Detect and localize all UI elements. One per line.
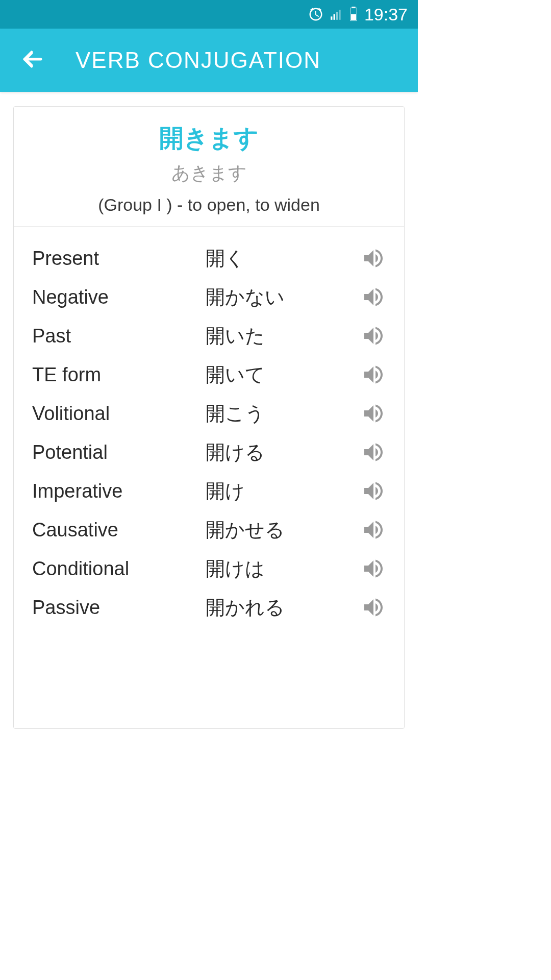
speaker-icon[interactable] — [361, 362, 386, 387]
verb-main: 開きます — [24, 122, 394, 155]
speaker-icon[interactable] — [361, 285, 386, 309]
conj-value: 開かせる — [206, 517, 361, 543]
conj-value: 開ける — [206, 439, 361, 465]
app-bar: VERB CONJUGATION — [0, 29, 418, 92]
status-icons: 19:37 — [308, 5, 408, 24]
speaker-icon[interactable] — [361, 401, 386, 426]
svg-rect-0 — [331, 16, 332, 20]
battery-icon — [349, 7, 358, 22]
speaker-icon[interactable] — [361, 440, 386, 464]
speaker-icon[interactable] — [361, 518, 386, 542]
conj-value: 開け — [206, 478, 361, 504]
conj-label: Passive — [32, 597, 206, 619]
page-title: VERB CONJUGATION — [76, 47, 321, 73]
verb-header: 開きます あきます (Group I ) - to open, to widen — [14, 107, 404, 227]
conj-label: TE form — [32, 364, 206, 386]
speaker-icon[interactable] — [361, 595, 386, 620]
signal-icon — [330, 8, 343, 21]
conj-label: Negative — [32, 286, 206, 308]
conjugation-row-volitional: Volitional 開こう — [32, 400, 386, 427]
conj-label: Imperative — [32, 480, 206, 502]
speaker-icon[interactable] — [361, 246, 386, 271]
conj-value: 開いた — [206, 323, 361, 349]
svg-rect-1 — [333, 14, 335, 20]
conj-label: Volitional — [32, 403, 206, 425]
back-button[interactable] — [20, 47, 45, 74]
conj-value: 開かれる — [206, 595, 361, 621]
svg-rect-3 — [339, 10, 340, 20]
conjugation-row-potential: Potential 開ける — [32, 439, 386, 465]
conjugation-row-past: Past 開いた — [32, 323, 386, 349]
conjugation-row-passive: Passive 開かれる — [32, 594, 386, 621]
conj-label: Present — [32, 248, 206, 270]
conjugation-row-present: Present 開く — [32, 245, 386, 272]
conj-value: 開けは — [206, 556, 361, 582]
conjugation-list: Present 開く Negative 開かない Past 開いた — [14, 227, 404, 643]
verb-description: (Group I ) - to open, to widen — [24, 195, 394, 215]
speaker-icon[interactable] — [361, 556, 386, 581]
speaker-icon[interactable] — [361, 479, 386, 503]
conjugation-row-te-form: TE form 開いて — [32, 361, 386, 388]
status-bar: 19:37 — [0, 0, 418, 29]
verb-card: 開きます あきます (Group I ) - to open, to widen… — [13, 106, 405, 729]
conj-label: Conditional — [32, 558, 206, 580]
conj-value: 開かない — [206, 284, 361, 310]
conjugation-row-imperative: Imperative 開け — [32, 478, 386, 504]
conj-value: 開こう — [206, 401, 361, 427]
content-area: 開きます あきます (Group I ) - to open, to widen… — [0, 92, 418, 743]
status-time: 19:37 — [364, 5, 408, 24]
svg-rect-2 — [336, 12, 338, 20]
verb-reading: あきます — [24, 161, 394, 186]
svg-rect-6 — [351, 14, 356, 20]
conj-label: Potential — [32, 442, 206, 463]
speaker-icon[interactable] — [361, 324, 386, 348]
conj-label: Causative — [32, 519, 206, 541]
conj-label: Past — [32, 325, 206, 347]
conjugation-row-conditional: Conditional 開けは — [32, 555, 386, 582]
conj-value: 開く — [206, 246, 361, 272]
alarm-icon — [308, 7, 323, 22]
conjugation-row-causative: Causative 開かせる — [32, 517, 386, 543]
conj-value: 開いて — [206, 362, 361, 388]
conjugation-row-negative: Negative 開かない — [32, 284, 386, 310]
